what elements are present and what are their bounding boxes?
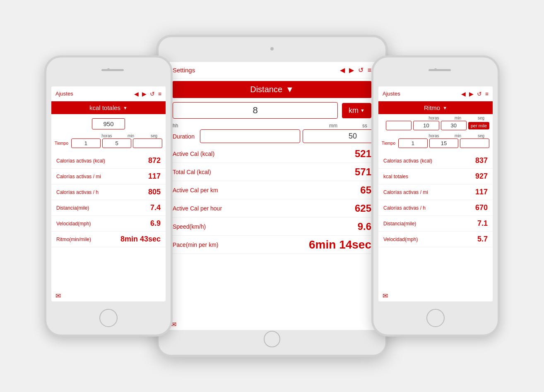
tablet-distance-row: km ▼ xyxy=(167,98,377,120)
phone-left-banner[interactable]: kcal totales ▼ xyxy=(51,101,166,114)
phone-right: Ajustes ◀ ▶ ↺ ≡ Ritmo ▼ horas min seg xyxy=(371,55,500,337)
tablet-unit-button[interactable]: km ▼ xyxy=(342,103,371,118)
phone-left-nav: ◀ ▶ ↺ ≡ xyxy=(134,91,161,97)
phone-right-nav-back-icon[interactable]: ◀ xyxy=(461,91,466,97)
phone-left-row-value-1: 117 xyxy=(148,172,161,181)
tablet-row-value-2: 65 xyxy=(360,184,371,196)
phone-right-banner-arrow: ▼ xyxy=(443,105,447,110)
phone-right-time-row: Tiempo xyxy=(382,139,489,148)
phone-right-row-value-1: 927 xyxy=(475,172,488,181)
tablet-nav: ◀ ▶ ↺ ≡ xyxy=(340,66,371,74)
phone-right-horas-input[interactable] xyxy=(398,139,428,148)
phone-right-row-5: Velocidad(mph)5.7 xyxy=(378,232,493,247)
phone-right-pace-section: horas min seg per mile xyxy=(378,114,493,132)
phone-left-settings-label: Ajustes xyxy=(55,91,73,97)
tablet-unit-arrow: ▼ xyxy=(360,108,365,113)
phone-left: Ajustes ◀ ▶ ↺ ≡ kcal totales ▼ hora xyxy=(44,55,173,337)
phone-left-horas-input[interactable] xyxy=(71,139,101,148)
phone-left-min-input[interactable] xyxy=(102,139,132,148)
phone-left-banner-label: kcal totales xyxy=(89,104,120,111)
phone-left-row-4: Velocidad(mph)6.9 xyxy=(51,216,166,232)
phone-left-row-label-3: Distancia(mile) xyxy=(56,205,150,211)
phone-right-pace-min-header: min xyxy=(451,116,465,120)
tablet-menu-icon[interactable]: ≡ xyxy=(368,67,371,74)
phone-left-back-icon[interactable]: ↺ xyxy=(150,91,155,97)
phone-left-horas-header: horas xyxy=(99,134,114,138)
phone-right-seg-input[interactable] xyxy=(460,139,489,148)
phone-right-banner[interactable]: Ritmo ▼ xyxy=(378,101,493,114)
phone-left-main-value[interactable] xyxy=(92,118,125,129)
phone-right-row-label-3: Calorías activas / h xyxy=(383,205,475,211)
phone-left-row-label-5: Ritmo(min/mile) xyxy=(56,237,120,242)
tablet-row-3: Active Cal per hour625 xyxy=(167,199,377,218)
phone-right-row-value-0: 837 xyxy=(475,156,488,165)
phone-right-email-icon[interactable]: ✉ xyxy=(383,292,388,300)
tablet-header: Settings ◀ ▶ ↺ ≡ xyxy=(167,62,377,79)
tablet-banner[interactable]: Distance ▼ xyxy=(173,81,371,98)
phone-right-pace-headers: horas min seg xyxy=(382,116,489,120)
phone-left-row-label-2: Calorías activas / h xyxy=(56,189,148,195)
tablet-nav-back-icon[interactable]: ◀ xyxy=(340,66,345,74)
phone-left-time-headers: horas min seg xyxy=(55,134,162,138)
tablet-banner-arrow: ▼ xyxy=(286,85,294,94)
tablet-nav-fwd-icon[interactable]: ▶ xyxy=(349,66,354,74)
phone-right-row-value-2: 117 xyxy=(475,188,488,196)
tablet-distance-input[interactable] xyxy=(173,102,338,119)
phone-right-data: Calorías activas (kcal)837kcal totales92… xyxy=(378,150,493,290)
tablet-row-0: Active Cal (kcal)521 xyxy=(167,145,377,163)
phone-left-row-5: Ritmo(min/mile)8min 43sec xyxy=(51,232,166,247)
phone-left-row-1: Calorías activas / mi117 xyxy=(51,169,166,184)
phone-right-pace-horas-input[interactable] xyxy=(386,121,412,130)
phone-right-back-icon[interactable]: ↺ xyxy=(477,91,482,97)
phone-left-row-value-2: 805 xyxy=(148,188,161,196)
phone-left-nav-back-icon[interactable]: ◀ xyxy=(134,91,139,97)
phone-right-row-value-3: 670 xyxy=(475,203,488,212)
phone-right-screen: Ajustes ◀ ▶ ↺ ≡ Ritmo ▼ horas min seg xyxy=(378,86,493,301)
tablet-ss-label: ss xyxy=(362,123,367,129)
phone-left-row-value-4: 6.9 xyxy=(150,219,161,228)
phone-left-row-0: Calorías activas (kcal)872 xyxy=(51,153,166,169)
phone-right-pace-seg-input[interactable] xyxy=(441,121,467,130)
tablet-row-label-0: Active Cal (kcal) xyxy=(173,151,214,157)
tablet-settings-label: Settings xyxy=(173,67,195,74)
phone-right-row-value-4: 7.1 xyxy=(477,219,488,228)
tablet-duration-mm[interactable] xyxy=(303,129,377,143)
tablet-hh-label: hh xyxy=(173,123,178,129)
tablet-row-value-0: 521 xyxy=(355,148,371,160)
phone-right-min-header: min xyxy=(451,134,465,138)
phone-right-time-headers: horas min seg xyxy=(382,134,489,138)
phone-right-pace-min-input[interactable] xyxy=(413,121,439,130)
phone-right-pace-row: per mile xyxy=(382,121,489,130)
phone-left-row-value-5: 8min 43sec xyxy=(120,235,161,244)
phone-right-row-0: Calorías activas (kcal)837 xyxy=(378,153,493,169)
phone-left-email-icon[interactable]: ✉ xyxy=(55,292,61,300)
tablet-duration-label: Duration xyxy=(173,133,197,140)
phone-left-min-header: min xyxy=(124,134,137,138)
phone-right-unit-pill[interactable]: per mile xyxy=(468,122,489,129)
phone-right-tiempo-label: Tiempo xyxy=(382,141,397,146)
phone-right-banner-label: Ritmo xyxy=(424,104,440,111)
phone-left-header: Ajustes ◀ ▶ ↺ ≡ xyxy=(51,86,166,101)
phone-right-horas-header: horas xyxy=(426,134,441,138)
phone-right-row-label-4: Distancia(mile) xyxy=(383,221,477,227)
phone-left-nav-fwd-icon[interactable]: ▶ xyxy=(142,91,147,97)
phone-right-row-value-5: 5.7 xyxy=(477,235,488,244)
phone-right-row-label-2: Calorías activas / mi xyxy=(383,189,475,195)
phone-left-menu-icon[interactable]: ≡ xyxy=(158,91,161,97)
phone-right-row-2: Calorías activas / mi117 xyxy=(378,184,493,200)
tablet-email-row: ✉ xyxy=(167,319,377,330)
phone-right-email-row: ✉ xyxy=(378,290,493,301)
phone-right-min-input[interactable] xyxy=(429,139,459,148)
tablet-row-label-4: Speed(km/h) xyxy=(173,223,206,230)
tablet-duration-header: hh mm ss xyxy=(173,123,371,129)
phone-right-pace-seg-header: seg xyxy=(474,116,488,120)
phone-right-menu-icon[interactable]: ≡ xyxy=(485,91,489,97)
tablet-unit-label: km xyxy=(349,106,359,115)
phone-left-seg-input[interactable] xyxy=(133,139,162,148)
phone-right-nav-fwd-icon[interactable]: ▶ xyxy=(469,91,474,97)
phone-right-row-label-1: kcal totales xyxy=(383,174,475,179)
tablet-duration-hh[interactable] xyxy=(200,129,300,143)
tablet-mm-label: mm xyxy=(329,123,337,129)
tablet-row-value-5: 6min 14sec xyxy=(309,238,371,251)
tablet-back-icon[interactable]: ↺ xyxy=(358,66,363,74)
